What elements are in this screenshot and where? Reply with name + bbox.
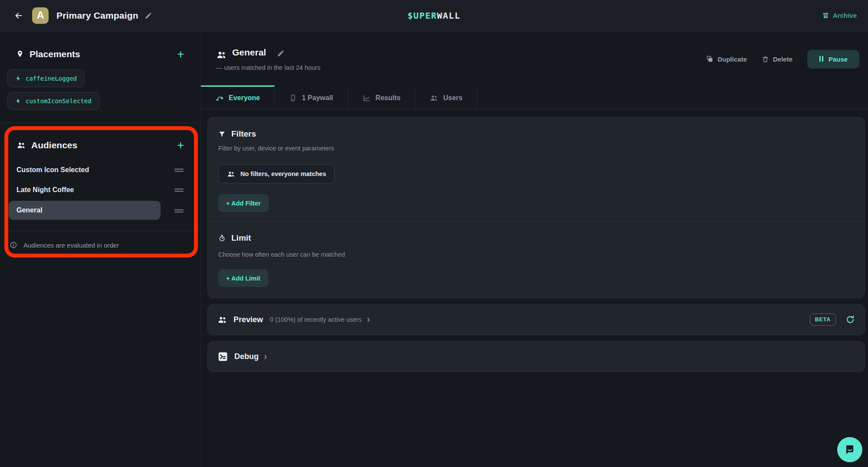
- campaign-title: Primary Campaign: [56, 10, 138, 21]
- audience-item-custom-icon-selected[interactable]: Custom Icon Selected: [0, 160, 201, 180]
- delete-button[interactable]: Delete: [762, 56, 792, 63]
- tab-results[interactable]: Results: [348, 85, 415, 109]
- edit-audience-icon[interactable]: [277, 49, 285, 57]
- edit-campaign-icon[interactable]: [145, 12, 152, 20]
- tab-everyone[interactable]: Everyone: [201, 85, 275, 109]
- people-icon: [217, 315, 227, 325]
- back-button[interactable]: [11, 8, 26, 23]
- bolt-icon: [15, 98, 21, 104]
- placement-pill-caffeineLogged[interactable]: caffeineLogged: [7, 69, 85, 87]
- refresh-icon: [845, 315, 855, 324]
- people-icon: [216, 49, 227, 60]
- archive-button[interactable]: Archive: [822, 12, 857, 19]
- preview-title: Preview: [233, 315, 263, 324]
- filters-subtitle: Filter by user, device or event paramete…: [218, 145, 334, 152]
- placement-pill-customIconSelected[interactable]: customIconSelected: [7, 92, 99, 110]
- audiences-title: Audiences: [31, 140, 77, 150]
- topbar: A Primary Campaign $UPERWALL Archive: [0, 0, 868, 31]
- phone-icon: [289, 94, 297, 102]
- chart-icon: [362, 94, 371, 102]
- drag-handle-icon[interactable]: [174, 167, 184, 173]
- header-actions: Duplicate Delete Pause: [706, 50, 859, 69]
- debug-title: Debug: [234, 352, 259, 361]
- tab-users[interactable]: Users: [415, 85, 477, 109]
- people-icon: [16, 140, 26, 150]
- debug-card[interactable]: Debug ›: [207, 341, 865, 372]
- archive-icon: [822, 12, 829, 19]
- people-icon: [430, 94, 438, 102]
- people-icon: [227, 170, 235, 178]
- add-limit-button[interactable]: + Add Limit: [218, 269, 268, 287]
- superwall-logo: $UPERWALL: [408, 10, 460, 21]
- placements-header: Placements +: [16, 48, 184, 61]
- trash-icon: [762, 56, 769, 63]
- limit-header: Limit: [218, 233, 251, 243]
- audience-page-title: General: [232, 47, 266, 58]
- placements-title: Placements: [30, 49, 80, 59]
- sidebar-divider: [0, 123, 201, 123]
- limit-subtitle: Choose how often each user can be matche…: [218, 251, 345, 258]
- filters-header: Filters: [218, 129, 256, 139]
- refresh-button[interactable]: [845, 315, 855, 324]
- preview-meta: 0 (100%) of recently active users: [270, 316, 362, 323]
- no-filters-chip[interactable]: No filters, everyone matches: [218, 164, 335, 183]
- add-audience-button[interactable]: +: [177, 140, 184, 150]
- main-panel: General — users matched in the last 24 h…: [201, 31, 868, 467]
- tab-bar: Everyone 1 Paywall Results Users: [201, 85, 868, 109]
- arrow-left-icon: [14, 11, 23, 20]
- bolt-icon: [15, 75, 21, 82]
- beta-badge: BETA: [810, 314, 836, 326]
- pause-icon: [819, 56, 824, 63]
- audience-item-general[interactable]: General: [9, 201, 161, 220]
- app-window: A Primary Campaign $UPERWALL Archive Pla…: [0, 0, 868, 467]
- chat-bubble-icon: [843, 443, 856, 456]
- avatar[interactable]: A: [32, 7, 49, 24]
- card-divider: [208, 222, 865, 222]
- add-placement-button[interactable]: +: [177, 49, 184, 59]
- audience-item-late-night-coffee[interactable]: Late Night Coffee: [0, 180, 201, 200]
- sidebar: Placements + caffeineLogged customIconSe…: [0, 31, 201, 467]
- drag-handle-icon[interactable]: [174, 208, 184, 214]
- chat-launcher-button[interactable]: [837, 437, 862, 462]
- chevron-right-icon: ›: [367, 315, 370, 324]
- audiences-header: Audiences +: [16, 139, 184, 152]
- duplicate-button[interactable]: Duplicate: [706, 56, 747, 63]
- terminal-icon: [217, 351, 228, 362]
- audiences-note: Audiences are evaluated in order: [10, 237, 192, 253]
- location-pin-icon: [16, 50, 24, 59]
- split-arrow-icon: [215, 94, 224, 102]
- funnel-icon: [218, 131, 226, 138]
- chevron-right-icon: ›: [264, 352, 267, 362]
- duplicate-icon: [706, 56, 713, 63]
- add-filter-button[interactable]: + Add Filter: [218, 194, 269, 212]
- preview-card[interactable]: Preview 0 (100%) of recently active user…: [207, 304, 865, 335]
- stopwatch-icon: [218, 235, 226, 242]
- drag-handle-icon[interactable]: [174, 187, 184, 193]
- tab-paywall[interactable]: 1 Paywall: [275, 85, 348, 109]
- filters-limit-card: Filters Filter by user, device or event …: [207, 117, 865, 298]
- info-icon: [10, 241, 17, 249]
- audience-page-subtitle: — users matched in the last 24 hours: [216, 64, 320, 71]
- sidebar-divider: [0, 231, 201, 231]
- pause-button[interactable]: Pause: [807, 50, 859, 69]
